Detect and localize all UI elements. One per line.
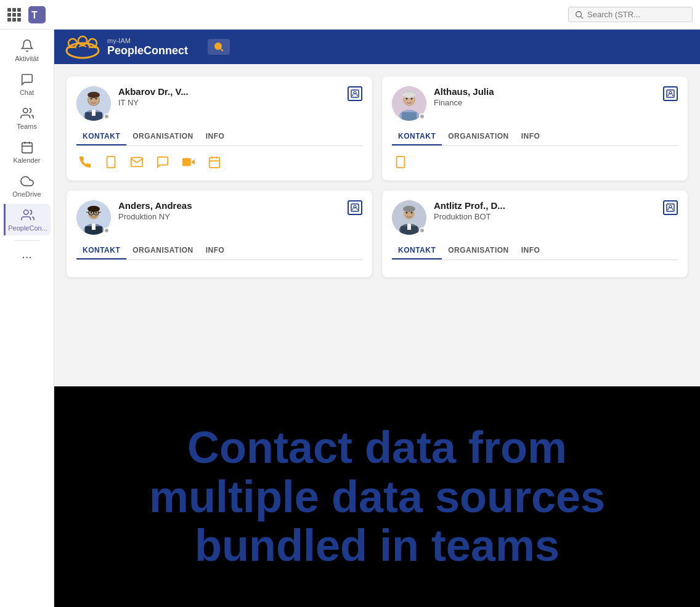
overlay-line2: multiple data sources [149,472,605,521]
calendar-action[interactable] [206,153,223,171]
card-tabs-akbarov: KONTAKT ORGANISATION INFO [76,128,362,146]
grid-icon[interactable] [7,8,21,22]
contact-card-anders: Anders, Andreas Produktion NY KONTAKT OR… [67,190,372,277]
card-name-section-akbarov: Akbarov Dr., V... IT NY [118,86,340,107]
profile-icon-antlitz[interactable] [663,200,678,215]
overlay-line1: Contact data from [187,423,567,472]
svg-line-15 [221,49,223,51]
profile-icon-anders[interactable] [348,200,362,215]
sidebar-label-teams: Teams [17,123,36,130]
app-header-search[interactable] [208,39,230,55]
svg-point-42 [402,92,416,97]
svg-text:T: T [31,10,38,20]
email-action[interactable] [128,153,145,171]
app-logo: my-IAM PeopleConnect [64,33,188,60]
main-layout: Aktivität Chat Teams [0,30,700,607]
chat-icon [20,72,35,87]
card-dept-althaus: Finance [434,98,656,107]
card-actions-althaus [392,153,678,171]
app-logo-text: my-IAM PeopleConnect [107,37,188,57]
card-header-anders: Anders, Andreas Produktion NY [76,200,362,235]
mobile-action-althaus[interactable] [392,153,409,171]
sidebar-item-peopleconnect[interactable]: PeopleCon... [4,204,51,235]
svg-point-14 [215,43,221,49]
svg-rect-70 [407,224,411,230]
sidebar-label-kalender: Kalender [13,157,40,164]
tab-organisation-althaus[interactable]: ORGANISATION [442,128,515,145]
teams-nav-icon [20,106,35,121]
sidebar-item-onedrive[interactable]: OneDrive [4,170,51,202]
card-dept-akbarov: IT NY [118,98,340,107]
svg-point-20 [91,98,92,100]
tab-organisation-akbarov[interactable]: ORGANISATION [126,128,199,145]
sidebar-item-teams[interactable]: Teams [4,102,51,134]
svg-point-51 [91,212,92,214]
top-bar-left: T [7,6,46,23]
tab-organisation-antlitz[interactable]: ORGANISATION [442,242,515,259]
tab-info-althaus[interactable]: INFO [515,128,547,145]
content-area: Akbarov Dr., V... IT NY KONTAKT ORGANISA… [54,64,700,386]
avatar-wrap-antlitz [392,200,426,235]
cloud-icon [20,174,35,189]
app-header: my-IAM PeopleConnect [54,30,700,64]
search-box[interactable] [568,7,693,22]
teams-logo: T [28,6,46,23]
svg-rect-24 [92,110,96,116]
sidebar-item-chat[interactable]: Chat [4,68,51,100]
tab-info-anders[interactable]: INFO [200,242,231,259]
sidebar-label-aktivitat: Aktivität [15,55,39,62]
overlay-section: Contact data from multiple data sources … [54,386,700,607]
status-dot-anders [104,227,110,234]
card-name-section-antlitz: Antlitz Prof., D... Produktion BOT [434,200,656,221]
sidebar-item-aktivitat[interactable]: Aktivität [4,35,51,66]
svg-point-67 [411,212,413,214]
card-header-antlitz: Antlitz Prof., D... Produktion BOT [392,200,678,235]
profile-icon-althaus[interactable] [663,86,678,101]
svg-point-40 [411,98,413,100]
svg-point-68 [403,206,415,212]
profile-icon-akbarov[interactable] [348,86,362,101]
tab-kontakt-antlitz[interactable]: KONTAKT [392,242,442,259]
chat-action[interactable] [154,153,171,171]
svg-line-3 [581,16,584,18]
svg-point-2 [576,11,582,17]
app-logo-subtitle: my-IAM [107,37,188,44]
card-header-akbarov: Akbarov Dr., V... IT NY [76,86,362,121]
search-input[interactable] [587,10,686,19]
mobile-action[interactable] [102,153,120,171]
cards-grid: Akbarov Dr., V... IT NY KONTAKT ORGANISA… [67,76,688,277]
svg-point-9 [24,210,28,214]
people-icon [20,208,35,222]
tab-organisation-anders[interactable]: ORGANISATION [126,242,199,259]
tab-kontakt-anders[interactable]: KONTAKT [76,242,126,259]
status-dot-antlitz [419,227,425,234]
sidebar-item-kalender[interactable]: Kalender [4,136,51,168]
tab-info-antlitz[interactable]: INFO [515,242,547,259]
tab-info-akbarov[interactable]: INFO [200,128,231,145]
sidebar-more-button[interactable]: ··· [18,246,36,267]
svg-rect-5 [22,143,32,153]
card-tabs-antlitz: KONTAKT ORGANISATION INFO [392,242,678,260]
phone-action[interactable] [76,153,94,171]
contact-card-akbarov: Akbarov Dr., V... IT NY KONTAKT ORGANISA… [67,76,372,181]
video-action[interactable] [180,153,197,171]
card-tabs-anders: KONTAKT ORGANISATION INFO [76,242,362,260]
svg-point-66 [406,212,408,214]
card-name-section-althaus: Althaus, Julia Finance [434,86,656,107]
app-area: my-IAM PeopleConnect [54,30,700,607]
card-name-althaus: Althaus, Julia [434,86,656,97]
avatar-wrap-althaus [392,86,426,121]
svg-point-21 [96,98,97,100]
svg-rect-43 [402,112,417,121]
tab-kontakt-akbarov[interactable]: KONTAKT [76,128,126,145]
svg-point-52 [96,212,97,214]
card-name-antlitz: Antlitz Prof., D... [434,200,656,211]
sidebar-label-peopleconnect: PeopleCon... [8,224,47,232]
avatar-wrap-akbarov [76,86,111,121]
status-dot-akbarov [104,113,110,120]
svg-rect-30 [182,158,191,166]
svg-point-58 [88,206,100,212]
tab-kontakt-althaus[interactable]: KONTAKT [392,128,442,145]
svg-marker-29 [191,159,195,165]
svg-point-4 [23,108,27,113]
